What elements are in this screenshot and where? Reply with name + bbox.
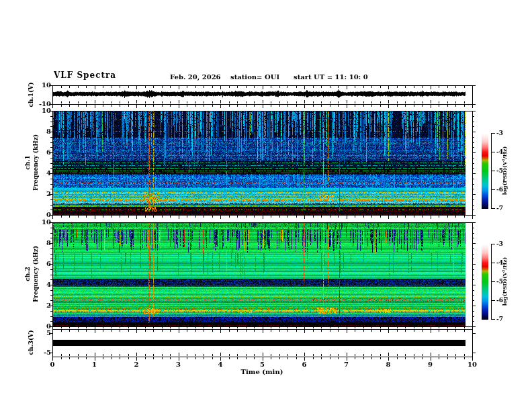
start-ut-label: start UT = 11: 10: 0 [294,74,368,81]
colorbar-tick-label: -6 [496,187,503,193]
x-tick-label: 4 [218,361,223,368]
colorbar-tick-label: -7 [496,205,503,212]
x-tick-label: 0 [50,361,55,368]
ch1v-y-tick-label: 10 [42,82,51,89]
ch1-freq-y-tick-label: 10 [42,107,51,114]
plot-canvas [0,0,532,411]
colorbar-tick-label: -5 [496,168,503,174]
ch2-freq-y-tick-label: 10 [42,219,51,226]
x-tick-label: 8 [386,361,391,368]
ch1-voltage-axis-label: ch.1(V) [28,83,34,107]
ch3v-y-tick-label: 5 [46,330,51,336]
x-tick-label: 6 [302,361,307,368]
x-tick-label: 2 [134,361,139,368]
colorbar-tick-label: -3 [496,130,503,136]
station-label: station= OUI [230,74,279,81]
time-axis-label: Time (min) [241,369,283,375]
colorbar-tick-label: -4 [496,260,503,266]
ch1-frequency-axis-label: Frequency (kHz) [33,134,39,191]
ch1-freq-y-tick-label: 4 [46,170,51,177]
ch1-freq-y-tick-label: 0 [46,212,51,218]
x-tick-label: 1 [92,361,97,368]
ch2-freq-y-tick-label: 8 [46,240,51,246]
x-tick-label: 7 [344,361,349,368]
x-tick-label: 5 [260,361,265,368]
ch1-axis-name-label: ch.1 [25,155,31,169]
ch2-freq-y-tick-label: 4 [46,281,51,288]
ch1-freq-y-tick-label: 2 [46,191,51,197]
ch1-freq-y-tick-label: 6 [46,149,51,156]
colorbar-tick-label: -3 [496,241,503,247]
colorbar-tick-label: -6 [496,298,503,304]
colorbar-tick-label: -5 [496,279,503,285]
ch3-voltage-axis-label: ch.3(V) [28,330,34,355]
ch2-freq-y-tick-label: 6 [46,261,51,267]
ch2-axis-name-label: ch.2 [25,267,31,281]
vlf-spectra-figure: VLF Spectra Feb. 20, 2026 station= OUI s… [0,0,532,411]
x-tick-label: 9 [428,361,433,368]
colorbar-tick-label: -4 [496,149,503,155]
date-label: Feb. 20, 2026 [170,74,221,81]
x-tick-label: 3 [176,361,181,368]
ch2-freq-y-tick-label: 2 [46,302,51,309]
x-tick-label: 10 [468,361,477,368]
ch3v-y-tick-label: -5 [44,349,51,356]
colorbar-tick-label: -7 [496,316,503,322]
ch2-frequency-axis-label: Frequency (kHz) [33,246,39,302]
page-title: VLF Spectra [54,71,116,79]
ch1-freq-y-tick-label: 8 [46,128,51,135]
